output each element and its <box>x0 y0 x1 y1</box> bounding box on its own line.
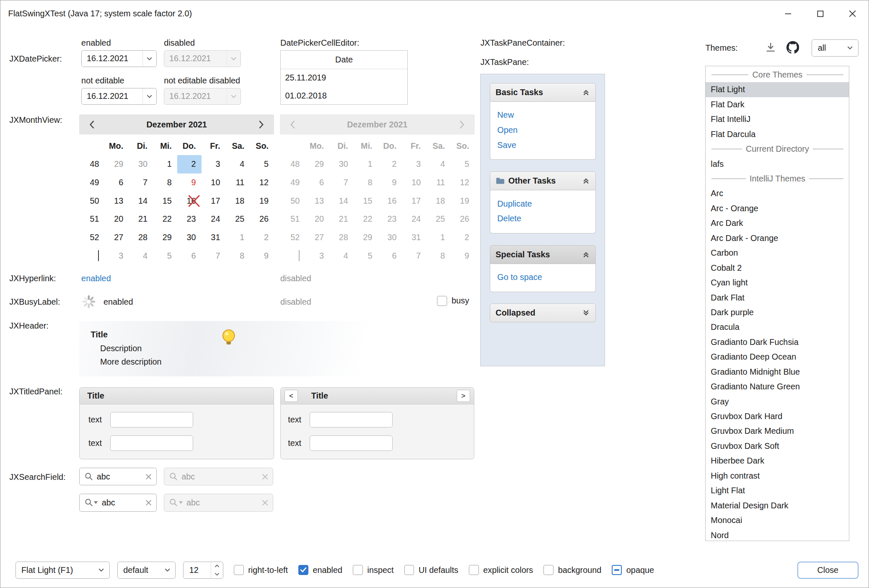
text-input-2[interactable] <box>110 435 193 451</box>
day-cell[interactable]: 4 <box>226 155 250 174</box>
theme-item-gradianto-deep-ocean[interactable]: Gradianto Deep Ocean <box>706 350 849 364</box>
day-cell[interactable]: 3 <box>105 246 129 265</box>
day-cell[interactable]: 12 <box>250 174 274 192</box>
spinner-down-button[interactable] <box>211 570 223 578</box>
checkbox-box[interactable] <box>234 565 244 575</box>
day-cell[interactable]: 15 <box>153 192 177 210</box>
datepicker-dropdown-button[interactable] <box>142 88 156 104</box>
checkbox-inspect[interactable]: inspect <box>353 565 393 575</box>
taskpane-header-collapsed[interactable]: Collapsed <box>490 303 596 322</box>
titledpanel-left-button[interactable]: < <box>284 390 298 402</box>
theme-item-high-contrast[interactable]: High contrast <box>706 469 849 483</box>
hyperlink-enabled[interactable]: enabled <box>81 274 111 283</box>
taskpane-link-save[interactable]: Save <box>497 138 588 153</box>
next-month-button[interactable] <box>249 121 274 129</box>
taskpane-link-new[interactable]: New <box>497 108 588 123</box>
taskpane-header-other-tasks[interactable]: Other Tasks <box>490 171 596 190</box>
day-cell[interactable]: 31 <box>202 228 226 247</box>
taskpane-link-delete[interactable]: Delete <box>497 211 588 226</box>
day-cell[interactable]: 16 <box>177 192 202 210</box>
day-cell[interactable]: 27 <box>105 228 129 247</box>
datepicker-enabled[interactable]: 16.12.2021 <box>81 50 157 67</box>
day-cell[interactable]: 20 <box>105 210 129 228</box>
day-cell[interactable]: 6 <box>177 246 202 265</box>
day-cell[interactable]: 14 <box>129 192 153 210</box>
clear-icon[interactable] <box>146 474 151 479</box>
datepicker-dropdown-button[interactable] <box>142 51 156 67</box>
table-column-header[interactable]: Date <box>281 51 407 69</box>
theme-item-material-design-dark[interactable]: Material Design Dark <box>706 498 849 513</box>
taskpane-header-basic-tasks[interactable]: Basic Tasks <box>490 83 596 102</box>
day-cell[interactable]: 8 <box>226 246 250 265</box>
text-input-3[interactable] <box>310 412 393 427</box>
day-cell[interactable]: 19 <box>250 192 274 210</box>
checkbox-box[interactable] <box>469 565 479 575</box>
day-cell[interactable]: 11 <box>226 174 250 192</box>
themes-filter-combo[interactable]: all <box>812 39 858 57</box>
theme-item-cyan-light[interactable]: Cyan light <box>706 275 849 290</box>
theme-item-dark-flat[interactable]: Dark Flat <box>706 290 849 305</box>
style-combo[interactable]: default <box>117 562 176 579</box>
theme-item-hiberbee-dark[interactable]: Hiberbee Dark <box>706 453 849 468</box>
theme-item-nord[interactable]: Nord <box>706 528 849 541</box>
day-cell[interactable]: 22 <box>153 210 177 228</box>
close-dialog-button[interactable]: Close <box>797 562 858 579</box>
datepicker-value[interactable]: 16.12.2021 <box>82 54 142 63</box>
day-cell[interactable]: 4 <box>129 246 153 265</box>
search-menu-icon[interactable] <box>85 498 98 507</box>
day-cell[interactable]: 26 <box>250 210 274 228</box>
theme-item-gradianto-midnight-blue[interactable]: Gradianto Midnight Blue <box>706 364 849 379</box>
theme-item-lafs[interactable]: lafs <box>706 156 849 171</box>
theme-item-arc-dark-orange[interactable]: Arc Dark - Orange <box>706 231 849 246</box>
day-cell[interactable]: 1 <box>153 155 177 174</box>
theme-item-cobalt-2[interactable]: Cobalt 2 <box>706 260 849 275</box>
maximize-button[interactable] <box>804 0 837 27</box>
checkbox-box[interactable] <box>353 565 363 575</box>
spinner-value[interactable]: 12 <box>184 562 210 578</box>
day-cell[interactable]: 25 <box>226 210 250 228</box>
day-cell[interactable]: 3 <box>202 155 226 174</box>
taskpane-link-duplicate[interactable]: Duplicate <box>497 197 588 212</box>
theme-item-arc[interactable]: Arc <box>706 186 849 201</box>
searchfield-value[interactable]: abc <box>97 472 142 482</box>
day-cell[interactable]: 5 <box>153 246 177 265</box>
searchfield-with-menu[interactable]: abc <box>79 494 157 511</box>
theme-item-gradianto-dark-fuchsia[interactable]: Gradianto Dark Fuchsia <box>706 335 849 350</box>
taskpane-link-open[interactable]: Open <box>497 123 588 138</box>
day-cell[interactable]: 6 <box>105 174 129 192</box>
day-cell[interactable]: 17 <box>202 192 226 210</box>
busy-checkbox[interactable]: busy <box>437 296 469 306</box>
checkbox-opaque[interactable]: opaque <box>612 565 654 575</box>
day-cell[interactable]: 2 <box>250 228 274 247</box>
taskpane-header-special-tasks[interactable]: Special Tasks <box>490 245 596 264</box>
text-input-1[interactable] <box>110 412 193 427</box>
theme-item-gruvbox-dark-hard[interactable]: Gruvbox Dark Hard <box>706 409 849 424</box>
day-cell[interactable]: 29 <box>153 228 177 247</box>
table-row[interactable]: 01.02.2018 <box>281 87 407 104</box>
theme-item-dark-purple[interactable]: Dark purple <box>706 305 849 320</box>
day-cell[interactable]: 7 <box>202 246 226 265</box>
checkbox-ui-defaults[interactable]: UI defaults <box>404 565 458 575</box>
theme-item-gruvbox-dark-medium[interactable]: Gruvbox Dark Medium <box>706 424 849 438</box>
day-cell[interactable]: 10 <box>202 174 226 192</box>
theme-item-gradianto-nature-green[interactable]: Gradianto Nature Green <box>706 379 849 394</box>
day-cell[interactable]: 9 <box>250 246 274 265</box>
checkbox-right-to-left[interactable]: right-to-left <box>234 565 288 575</box>
download-icon[interactable] <box>765 42 776 53</box>
theme-item-flat-intellij[interactable]: Flat IntelliJ <box>706 112 849 127</box>
searchfield-enabled[interactable]: abc <box>79 468 157 485</box>
checkbox-box[interactable] <box>404 565 414 575</box>
theme-item-arc-dark[interactable]: Arc Dark <box>706 216 849 231</box>
spinner-up-button[interactable] <box>211 562 223 570</box>
github-icon[interactable] <box>786 41 799 54</box>
day-cell[interactable]: 9 <box>177 174 202 192</box>
day-cell[interactable]: 29 <box>105 155 129 174</box>
theme-item-monocai[interactable]: Monocai <box>706 513 849 528</box>
theme-item-light-flat[interactable]: Light Flat <box>706 483 849 498</box>
day-cell[interactable]: 24 <box>202 210 226 228</box>
day-cell[interactable]: 8 <box>153 174 177 192</box>
datepicker-not-editable[interactable]: 16.12.2021 <box>81 88 157 105</box>
theme-item-carbon[interactable]: Carbon <box>706 246 849 260</box>
day-cell[interactable]: 2 <box>177 155 202 174</box>
text-input-4[interactable] <box>310 435 393 451</box>
